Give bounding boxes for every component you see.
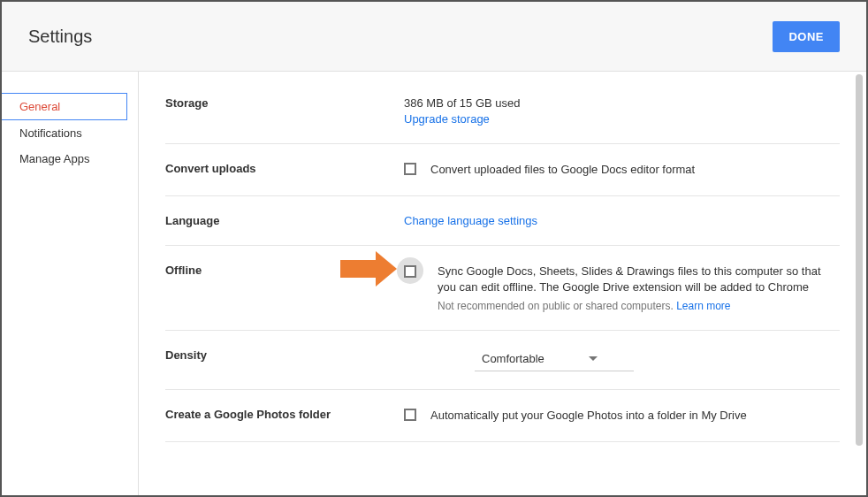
language-label: Language	[165, 214, 404, 227]
offline-learn-more-link[interactable]: Learn more	[676, 300, 730, 312]
sidebar-item-notifications[interactable]: Notifications	[2, 120, 138, 146]
chevron-down-icon	[589, 356, 598, 361]
change-language-link[interactable]: Change language settings	[404, 214, 537, 227]
convert-label: Convert uploads	[165, 162, 404, 178]
language-content: Change language settings	[404, 214, 840, 227]
offline-checkbox-highlight[interactable]	[397, 257, 423, 284]
content-area: General Notifications Manage Apps Storag…	[2, 72, 866, 495]
photos-checkbox[interactable]	[404, 409, 416, 421]
offline-hint: Not recommended on public or shared comp…	[438, 300, 840, 312]
density-select[interactable]: Comfortable	[475, 348, 634, 371]
offline-content: Sync Google Docs, Sheets, Slides & Drawi…	[404, 264, 840, 311]
photos-label: Create a Google Photos folder	[165, 408, 404, 424]
convert-checkbox[interactable]	[404, 163, 416, 175]
offline-label: Offline	[165, 264, 404, 311]
storage-label: Storage	[165, 96, 404, 126]
sidebar: General Notifications Manage Apps	[2, 72, 139, 495]
offline-checkbox-label: Sync Google Docs, Sheets, Slides & Drawi…	[438, 264, 840, 295]
section-language: Language Change language settings	[165, 196, 840, 246]
section-convert: Convert uploads Convert uploaded files t…	[165, 144, 840, 196]
section-offline: Offline Sync Google Docs, Sheets, Slides…	[165, 246, 840, 330]
convert-content: Convert uploaded files to Google Docs ed…	[404, 162, 840, 178]
scrollbar[interactable]	[856, 74, 863, 490]
photos-checkbox-label: Automatically put your Google Photos int…	[430, 408, 747, 424]
density-label: Density	[165, 348, 404, 371]
density-content: Comfortable	[404, 348, 840, 371]
section-storage: Storage 386 MB of 15 GB used Upgrade sto…	[165, 72, 840, 144]
section-photos: Create a Google Photos folder Automatica…	[165, 390, 840, 442]
main-panel: Storage 386 MB of 15 GB used Upgrade sto…	[139, 72, 866, 495]
storage-usage: 386 MB of 15 GB used	[404, 96, 840, 110]
section-density: Density Comfortable	[165, 331, 840, 390]
density-value: Comfortable	[482, 352, 544, 365]
sidebar-item-manage-apps[interactable]: Manage Apps	[2, 146, 138, 172]
convert-checkbox-label: Convert uploaded files to Google Docs ed…	[430, 162, 695, 178]
settings-header: Settings DONE	[2, 2, 866, 72]
photos-content: Automatically put your Google Photos int…	[404, 408, 840, 424]
offline-hint-text: Not recommended on public or shared comp…	[438, 300, 676, 312]
storage-content: 386 MB of 15 GB used Upgrade storage	[404, 96, 840, 126]
page-title: Settings	[28, 27, 92, 47]
done-button[interactable]: DONE	[773, 21, 840, 52]
scrollbar-thumb[interactable]	[856, 74, 863, 446]
upgrade-storage-link[interactable]: Upgrade storage	[404, 112, 490, 126]
sidebar-item-general[interactable]: General	[2, 93, 127, 120]
offline-checkbox[interactable]	[404, 265, 416, 278]
